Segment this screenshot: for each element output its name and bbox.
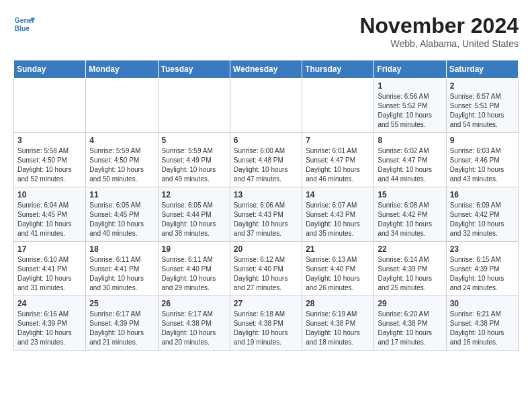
cell-info: Sunrise: 6:21 AM Sunset: 4:38 PM Dayligh… (450, 310, 515, 347)
cell-info: Sunrise: 6:16 AM Sunset: 4:39 PM Dayligh… (17, 310, 82, 347)
day-number: 3 (17, 136, 82, 145)
day-number: 12 (162, 190, 226, 199)
cell-info: Sunrise: 5:58 AM Sunset: 4:50 PM Dayligh… (17, 146, 82, 184)
calendar-cell: 17Sunrise: 6:10 AM Sunset: 4:41 PM Dayli… (14, 242, 86, 296)
day-of-week-header: Sunday (14, 60, 86, 79)
calendar-cell: 30Sunrise: 6:21 AM Sunset: 4:38 PM Dayli… (446, 296, 518, 351)
day-number: 22 (378, 244, 442, 254)
title-area: November 2024 Webb, Alabama, United Stat… (359, 13, 519, 49)
day-of-week-header: Monday (86, 60, 158, 79)
calendar-cell: 1Sunrise: 6:56 AM Sunset: 5:52 PM Daylig… (374, 79, 446, 133)
cell-info: Sunrise: 6:13 AM Sunset: 4:40 PM Dayligh… (306, 255, 370, 293)
calendar-cell: 23Sunrise: 6:15 AM Sunset: 4:39 PM Dayli… (446, 242, 518, 296)
calendar-cell: 7Sunrise: 6:01 AM Sunset: 4:47 PM Daylig… (302, 133, 374, 187)
calendar-cell: 29Sunrise: 6:20 AM Sunset: 4:38 PM Dayli… (374, 296, 446, 351)
cell-info: Sunrise: 6:05 AM Sunset: 4:45 PM Dayligh… (89, 201, 154, 238)
day-number: 19 (162, 244, 226, 254)
cell-info: Sunrise: 6:03 AM Sunset: 4:46 PM Dayligh… (450, 146, 515, 184)
cell-info: Sunrise: 6:15 AM Sunset: 4:39 PM Dayligh… (450, 255, 515, 293)
cell-info: Sunrise: 6:19 AM Sunset: 4:38 PM Dayligh… (306, 310, 370, 347)
calendar-week: 17Sunrise: 6:10 AM Sunset: 4:41 PM Dayli… (14, 242, 519, 296)
cell-info: Sunrise: 6:17 AM Sunset: 4:39 PM Dayligh… (89, 310, 154, 347)
cell-info: Sunrise: 6:17 AM Sunset: 4:38 PM Dayligh… (162, 310, 226, 347)
calendar-cell (302, 79, 374, 133)
day-number: 23 (450, 244, 515, 254)
day-number: 27 (234, 299, 298, 308)
day-of-week-header: Friday (374, 60, 446, 79)
calendar-cell: 24Sunrise: 6:16 AM Sunset: 4:39 PM Dayli… (14, 296, 86, 351)
calendar-cell: 11Sunrise: 6:05 AM Sunset: 4:45 PM Dayli… (86, 187, 158, 242)
cell-info: Sunrise: 6:12 AM Sunset: 4:40 PM Dayligh… (234, 255, 298, 293)
day-of-week-header: Tuesday (158, 60, 230, 79)
calendar-cell: 21Sunrise: 6:13 AM Sunset: 4:40 PM Dayli… (302, 242, 374, 296)
month-title: November 2024 (359, 13, 519, 38)
day-number: 17 (17, 244, 82, 254)
calendar-header: SundayMondayTuesdayWednesdayThursdayFrid… (14, 60, 519, 79)
calendar-cell: 5Sunrise: 5:59 AM Sunset: 4:49 PM Daylig… (158, 133, 230, 187)
cell-info: Sunrise: 6:08 AM Sunset: 4:42 PM Dayligh… (378, 201, 442, 238)
day-number: 25 (89, 299, 154, 308)
day-number: 9 (450, 136, 515, 145)
cell-info: Sunrise: 5:59 AM Sunset: 4:50 PM Dayligh… (89, 146, 154, 184)
calendar-cell: 26Sunrise: 6:17 AM Sunset: 4:38 PM Dayli… (158, 296, 230, 351)
calendar-cell: 19Sunrise: 6:11 AM Sunset: 4:40 PM Dayli… (158, 242, 230, 296)
cell-info: Sunrise: 6:01 AM Sunset: 4:47 PM Dayligh… (306, 146, 370, 184)
calendar-cell: 10Sunrise: 6:04 AM Sunset: 4:45 PM Dayli… (14, 187, 86, 242)
cell-info: Sunrise: 6:14 AM Sunset: 4:39 PM Dayligh… (378, 255, 442, 293)
day-number: 2 (450, 81, 515, 91)
cell-info: Sunrise: 6:20 AM Sunset: 4:38 PM Dayligh… (378, 310, 442, 347)
calendar-cell (14, 79, 86, 133)
calendar-week: 3Sunrise: 5:58 AM Sunset: 4:50 PM Daylig… (14, 133, 519, 187)
day-number: 1 (378, 81, 442, 91)
calendar-cell: 16Sunrise: 6:09 AM Sunset: 4:42 PM Dayli… (446, 187, 518, 242)
day-number: 30 (450, 299, 515, 308)
day-number: 10 (17, 190, 82, 199)
calendar-table: SundayMondayTuesdayWednesdayThursdayFrid… (13, 60, 519, 351)
cell-info: Sunrise: 6:11 AM Sunset: 4:40 PM Dayligh… (162, 255, 226, 293)
calendar-week: 1Sunrise: 6:56 AM Sunset: 5:52 PM Daylig… (14, 79, 519, 133)
day-number: 4 (89, 136, 154, 145)
day-number: 28 (306, 299, 370, 308)
cell-info: Sunrise: 6:07 AM Sunset: 4:43 PM Dayligh… (306, 201, 370, 238)
cell-info: Sunrise: 6:05 AM Sunset: 4:44 PM Dayligh… (162, 201, 226, 238)
calendar-week: 24Sunrise: 6:16 AM Sunset: 4:39 PM Dayli… (14, 296, 519, 351)
day-of-week-header: Thursday (302, 60, 374, 79)
calendar-cell (86, 79, 158, 133)
day-number: 13 (234, 190, 298, 199)
calendar-cell (230, 79, 302, 133)
calendar-cell: 28Sunrise: 6:19 AM Sunset: 4:38 PM Dayli… (302, 296, 374, 351)
day-number: 26 (162, 299, 226, 308)
calendar-cell: 3Sunrise: 5:58 AM Sunset: 4:50 PM Daylig… (14, 133, 86, 187)
day-number: 5 (162, 136, 226, 145)
day-number: 21 (306, 244, 370, 254)
cell-info: Sunrise: 5:59 AM Sunset: 4:49 PM Dayligh… (162, 146, 226, 184)
calendar-cell: 13Sunrise: 6:06 AM Sunset: 4:43 PM Dayli… (230, 187, 302, 242)
cell-info: Sunrise: 6:04 AM Sunset: 4:45 PM Dayligh… (17, 201, 82, 238)
cell-info: Sunrise: 6:00 AM Sunset: 4:48 PM Dayligh… (234, 146, 298, 184)
day-number: 16 (450, 190, 515, 199)
calendar-cell: 27Sunrise: 6:18 AM Sunset: 4:38 PM Dayli… (230, 296, 302, 351)
day-number: 24 (17, 299, 82, 308)
calendar-week: 10Sunrise: 6:04 AM Sunset: 4:45 PM Dayli… (14, 187, 519, 242)
calendar-cell: 20Sunrise: 6:12 AM Sunset: 4:40 PM Dayli… (230, 242, 302, 296)
calendar-cell: 2Sunrise: 6:57 AM Sunset: 5:51 PM Daylig… (446, 79, 518, 133)
cell-info: Sunrise: 6:11 AM Sunset: 4:41 PM Dayligh… (89, 255, 154, 293)
day-number: 29 (378, 299, 442, 308)
day-number: 7 (306, 136, 370, 145)
day-number: 18 (89, 244, 154, 254)
calendar-cell: 4Sunrise: 5:59 AM Sunset: 4:50 PM Daylig… (86, 133, 158, 187)
cell-info: Sunrise: 6:56 AM Sunset: 5:52 PM Dayligh… (378, 92, 442, 130)
cell-info: Sunrise: 6:06 AM Sunset: 4:43 PM Dayligh… (234, 201, 298, 238)
cell-info: Sunrise: 6:10 AM Sunset: 4:41 PM Dayligh… (17, 255, 82, 293)
cell-info: Sunrise: 6:02 AM Sunset: 4:47 PM Dayligh… (378, 146, 442, 184)
calendar-cell: 6Sunrise: 6:00 AM Sunset: 4:48 PM Daylig… (230, 133, 302, 187)
svg-text:Blue: Blue (15, 25, 30, 32)
calendar-cell: 8Sunrise: 6:02 AM Sunset: 4:47 PM Daylig… (374, 133, 446, 187)
location: Webb, Alabama, United States (359, 38, 519, 49)
day-number: 8 (378, 136, 442, 145)
cell-info: Sunrise: 6:18 AM Sunset: 4:38 PM Dayligh… (234, 310, 298, 347)
calendar-cell: 12Sunrise: 6:05 AM Sunset: 4:44 PM Dayli… (158, 187, 230, 242)
day-number: 6 (234, 136, 298, 145)
day-number: 20 (234, 244, 298, 254)
calendar-cell: 22Sunrise: 6:14 AM Sunset: 4:39 PM Dayli… (374, 242, 446, 296)
